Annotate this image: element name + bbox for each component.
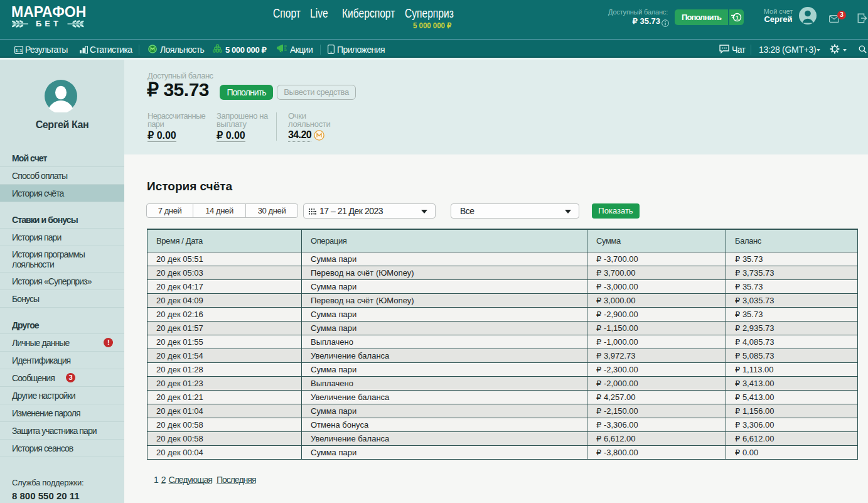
svg-text:1:1: 1:1 [16, 48, 23, 53]
svg-text:1: 1 [736, 14, 739, 21]
